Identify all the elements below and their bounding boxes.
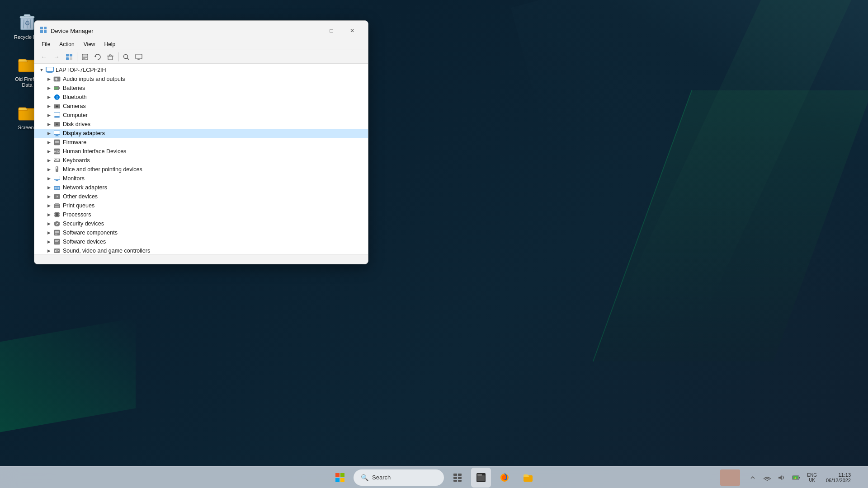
- folder-taskbar[interactable]: [518, 468, 538, 488]
- tree-node-mice[interactable]: ▶ Mice and other pointing devices: [34, 165, 368, 174]
- svg-text:?: ?: [56, 195, 58, 199]
- menu-file[interactable]: File: [38, 40, 54, 49]
- mice-expander[interactable]: ▶: [45, 166, 52, 173]
- other-expander[interactable]: ▶: [45, 193, 52, 200]
- cameras-icon: [52, 103, 61, 110]
- network-tray-icon[interactable]: [762, 472, 773, 483]
- toolbar-properties-button[interactable]: [79, 52, 91, 62]
- display-expander[interactable]: ▶: [45, 130, 52, 137]
- minimize-button[interactable]: —: [300, 24, 321, 37]
- svg-rect-116: [335, 478, 340, 482]
- display-adapters-label: Display adapters: [63, 130, 368, 136]
- audio-label: Audio inputs and outputs: [63, 76, 368, 82]
- show-desktop-button[interactable]: [858, 469, 861, 486]
- battery-tray-icon[interactable]: ⚡: [791, 472, 802, 483]
- processors-label: Processors: [63, 211, 368, 218]
- tree-node-bluetooth[interactable]: ▶ ᛒ Bluetooth: [34, 93, 368, 102]
- processors-icon: [52, 211, 61, 218]
- menu-help[interactable]: Help: [101, 40, 119, 49]
- disk-expander[interactable]: ▶: [45, 121, 52, 128]
- tree-node-other[interactable]: ▶ ? Other devices: [34, 192, 368, 201]
- cameras-expander[interactable]: ▶: [45, 103, 52, 110]
- network-expander[interactable]: ▶: [45, 184, 52, 191]
- device-tree[interactable]: ▼ LAPTOP-7LCPF2IH ▶ Audio inputs: [34, 64, 368, 254]
- audio-expander[interactable]: ▶: [45, 75, 52, 83]
- tree-node-batteries[interactable]: ▶ Batteries: [34, 84, 368, 93]
- tree-node-computer[interactable]: ▶ Computer: [34, 111, 368, 120]
- toolbar-display-button[interactable]: [133, 52, 145, 62]
- task-view-button[interactable]: [448, 468, 467, 488]
- svg-rect-133: [799, 477, 800, 479]
- hid-expander[interactable]: ▶: [45, 148, 52, 155]
- tree-node-security[interactable]: ▶ Security devices: [34, 219, 368, 228]
- security-devices-label: Security devices: [63, 221, 368, 227]
- maximize-button[interactable]: □: [321, 24, 342, 37]
- search-icon: 🔍: [361, 474, 368, 481]
- menu-view[interactable]: View: [80, 40, 99, 49]
- tray-chevron[interactable]: [747, 472, 758, 483]
- language-display[interactable]: ENG UK: [805, 473, 819, 483]
- file-explorer-taskbar[interactable]: [471, 468, 491, 488]
- print-expander[interactable]: ▶: [45, 202, 52, 209]
- tree-node-sound[interactable]: ▶ Sound, video and game controllers: [34, 246, 368, 254]
- tree-node-monitors[interactable]: ▶ Monitors: [34, 174, 368, 183]
- close-button[interactable]: ✕: [342, 24, 363, 37]
- tree-node-network[interactable]: ▶ Network adapters: [34, 183, 368, 192]
- toolbar-back-button[interactable]: ←: [38, 52, 50, 62]
- svg-rect-22: [108, 56, 113, 60]
- batteries-expander[interactable]: ▶: [45, 84, 52, 92]
- tree-node-cameras[interactable]: ▶ Cameras: [34, 102, 368, 111]
- firmware-expander[interactable]: ▶: [45, 139, 52, 146]
- hid-label: Human Interface Devices: [63, 148, 368, 155]
- svg-rect-71: [54, 176, 60, 179]
- batteries-icon: [52, 84, 61, 92]
- tree-node-print[interactable]: ▶ Print queues: [34, 201, 368, 210]
- svg-rect-24: [109, 55, 111, 56]
- toolbar-scan-button[interactable]: [120, 52, 132, 62]
- svg-text:HID: HID: [54, 150, 60, 154]
- toolbar-update-button[interactable]: [92, 52, 104, 62]
- search-bar[interactable]: 🔍 Search: [354, 469, 444, 486]
- tree-node-software-components[interactable]: ▶ Software components: [34, 228, 368, 237]
- svg-rect-47: [54, 113, 60, 116]
- svg-rect-31: [47, 67, 53, 71]
- computer-expander[interactable]: ▶: [45, 112, 52, 119]
- svg-rect-64: [56, 159, 57, 160]
- processors-expander[interactable]: ▶: [45, 211, 52, 218]
- menu-action[interactable]: Action: [56, 40, 78, 49]
- tree-node-audio[interactable]: ▶ Audio inputs and outputs: [34, 75, 368, 84]
- keyboards-expander[interactable]: ▶: [45, 157, 52, 164]
- svg-point-76: [58, 188, 60, 189]
- svg-rect-121: [458, 477, 462, 479]
- toolbar-forward-button[interactable]: →: [51, 52, 62, 62]
- svg-rect-72: [56, 180, 58, 181]
- root-expander[interactable]: ▼: [38, 66, 45, 74]
- sw-devices-expander[interactable]: ▶: [45, 238, 52, 245]
- toolbar-up-button[interactable]: [63, 52, 75, 62]
- tree-node-software-devices[interactable]: ▶ Software devices: [34, 237, 368, 246]
- start-button[interactable]: [330, 468, 350, 488]
- tree-node-display-adapters[interactable]: ▶ Display adapters: [34, 129, 368, 138]
- bluetooth-expander[interactable]: ▶: [45, 94, 52, 101]
- tree-node-firmware[interactable]: ▶ Firmware: [34, 138, 368, 147]
- tree-node-keyboards[interactable]: ▶ Keyboards: [34, 156, 368, 165]
- svg-rect-123: [458, 480, 462, 482]
- network-adapters-label: Network adapters: [63, 184, 368, 191]
- monitors-expander[interactable]: ▶: [45, 175, 52, 182]
- tree-node-hid[interactable]: ▶ HID Human Interface Devices: [34, 147, 368, 156]
- clock[interactable]: 11:13 06/12/2022: [822, 472, 854, 483]
- print-queues-label: Print queues: [63, 202, 368, 209]
- svg-rect-119: [458, 474, 462, 476]
- tree-node-disk[interactable]: ▶ Disk drives: [34, 120, 368, 129]
- tree-node-processors[interactable]: ▶ Processors: [34, 210, 368, 219]
- sw-components-expander[interactable]: ▶: [45, 229, 52, 236]
- volume-tray-icon[interactable]: [776, 472, 787, 483]
- tree-root-node[interactable]: ▼ LAPTOP-7LCPF2IH: [34, 66, 368, 75]
- svg-rect-115: [340, 473, 344, 477]
- taskbar-preview[interactable]: [720, 469, 740, 486]
- sound-expander[interactable]: ▶: [45, 247, 52, 254]
- toolbar-uninstall-button[interactable]: [104, 52, 116, 62]
- security-expander[interactable]: ▶: [45, 220, 52, 227]
- svg-rect-125: [477, 475, 485, 481]
- firefox-taskbar[interactable]: [495, 468, 514, 488]
